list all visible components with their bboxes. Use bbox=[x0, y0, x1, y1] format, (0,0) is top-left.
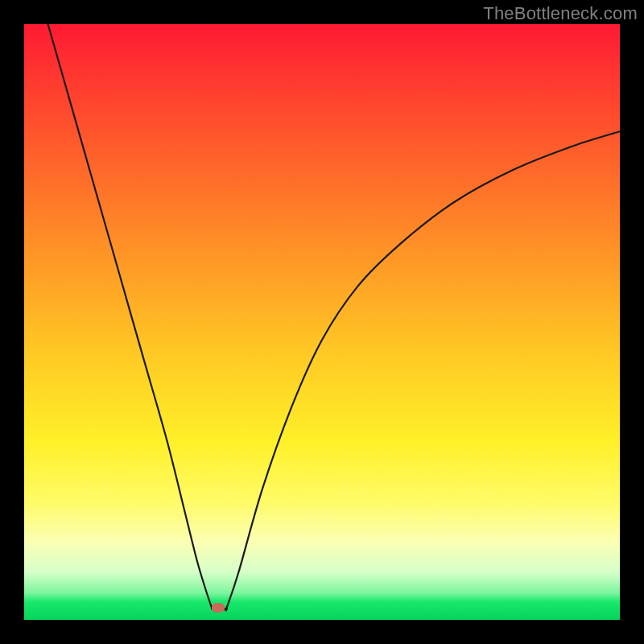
bottleneck-curve bbox=[24, 24, 620, 620]
watermark-text: TheBottleneck.com bbox=[483, 3, 638, 24]
chart-frame: TheBottleneck.com bbox=[0, 0, 644, 644]
plot-area bbox=[24, 24, 620, 620]
optimal-point-marker bbox=[212, 603, 225, 613]
